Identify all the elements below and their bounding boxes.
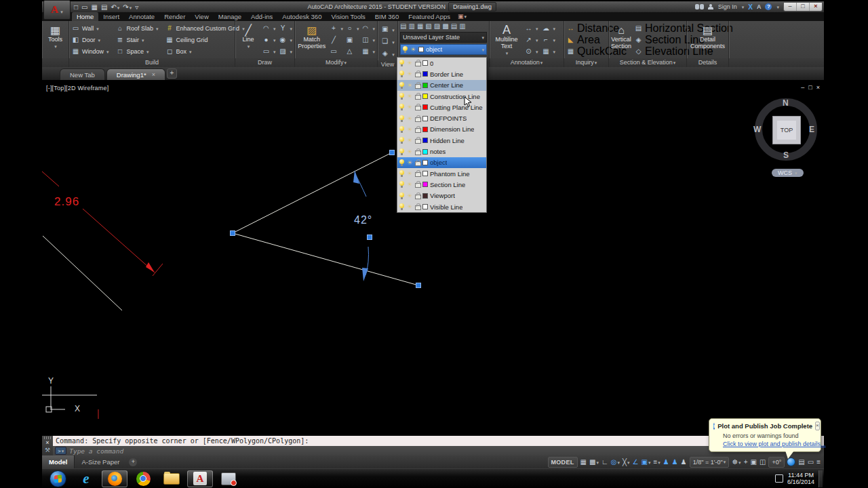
application-menu-button[interactable]: A — [43, 0, 71, 20]
ribbon-tab[interactable]: Add-ins — [246, 12, 277, 21]
autoscale-icon[interactable]: ♟ — [671, 458, 679, 466]
hatch-icon[interactable]: ▨ — [278, 47, 292, 55]
layer-lock-icon[interactable] — [415, 159, 420, 166]
notification-link[interactable]: Click to view plot and publish details..… — [723, 441, 816, 447]
layer-thaw-icon[interactable] — [406, 104, 413, 110]
layer-color-swatch[interactable] — [422, 104, 428, 110]
ribbon-tab[interactable]: Insert — [98, 12, 124, 21]
layer-row[interactable]: Border Line — [397, 68, 486, 79]
redo-icon[interactable]: ↷ — [122, 3, 132, 11]
rotate-icon[interactable]: ○ — [345, 24, 359, 32]
layer-on-icon[interactable] — [399, 159, 404, 166]
grip-handle-upper-end[interactable] — [390, 150, 395, 155]
show-desktop-button[interactable] — [818, 470, 823, 487]
layer-thaw-icon[interactable] — [406, 148, 413, 155]
taskbar-clock[interactable]: 11:44 PM 6/16/2014 — [787, 472, 814, 485]
help-icon[interactable]: ? — [765, 3, 772, 10]
layer-on-icon[interactable] — [399, 137, 404, 144]
annotation-scale-person-icon[interactable]: ♟ — [680, 458, 688, 466]
layer-lock-icon[interactable] — [415, 115, 420, 122]
layer-color-swatch[interactable] — [422, 94, 428, 99]
dimension-icon[interactable]: ↔ — [524, 24, 538, 32]
erase-icon[interactable]: ╱ — [329, 36, 343, 43]
annotation-panel-label[interactable]: Annotation — [490, 58, 564, 67]
annotation-monitor-icon[interactable]: ▣ — [749, 458, 757, 466]
view-window-icon[interactable]: ❏ — [380, 35, 395, 47]
layer-color-swatch[interactable] — [422, 182, 428, 187]
ribbon-tab[interactable]: BIM 360 — [370, 12, 403, 21]
build-tool-button[interactable]: ▦ Ceiling Grid — [165, 36, 245, 43]
measured-line[interactable] — [43, 236, 122, 310]
layer-row[interactable]: Construction Line — [397, 91, 486, 102]
layer-color-swatch[interactable] — [422, 127, 428, 132]
dim-extension-line[interactable] — [42, 171, 59, 186]
hardware-acceleration-icon[interactable]: ◫ — [759, 458, 766, 466]
layer-row[interactable]: 0 — [397, 58, 486, 68]
layer-on-icon[interactable] — [399, 93, 404, 100]
autodesk-360-icon[interactable]: A — [757, 3, 762, 10]
layer-color-swatch[interactable] — [422, 193, 428, 199]
tag-icon[interactable]: ⌐ — [542, 36, 556, 43]
grip-handle-lower-end[interactable] — [416, 283, 421, 288]
layer-lock-icon[interactable] — [415, 170, 420, 177]
notification-close-icon[interactable] — [815, 422, 820, 430]
layer-color-swatch[interactable] — [422, 204, 428, 209]
angle-lower-line[interactable] — [233, 233, 418, 285]
modify-panel-label[interactable]: Modify — [295, 58, 377, 67]
layer-color-swatch[interactable] — [422, 149, 428, 155]
layer-row[interactable]: Center Line — [397, 80, 486, 91]
polyline-icon[interactable]: Y — [278, 24, 292, 32]
layer-row[interactable]: Dimension Line — [397, 124, 486, 135]
customization-menu-icon[interactable]: ≡ — [816, 458, 821, 466]
line-button[interactable]: ╱ Line — [237, 22, 259, 50]
sign-in-dropdown-icon[interactable] — [741, 3, 745, 10]
layer-color-swatch[interactable] — [422, 60, 428, 66]
layer-lock-icon[interactable] — [415, 93, 420, 100]
restore-button[interactable]: □ — [797, 3, 810, 11]
new-file-icon[interactable]: □ — [73, 3, 79, 11]
viewcube-top-face[interactable]: TOP — [772, 116, 801, 144]
layer-row[interactable]: object — [397, 157, 486, 168]
layer-thaw-icon[interactable] — [406, 192, 413, 199]
taskbar-snipping-button[interactable] — [216, 470, 241, 487]
layer-lock-icon[interactable]: ▨ — [434, 22, 440, 30]
layer-lock-icon[interactable] — [415, 126, 420, 133]
layer-lock-icon[interactable] — [415, 137, 420, 144]
layer-on-icon[interactable] — [399, 60, 404, 66]
layer-properties-icon[interactable]: ▤ — [400, 22, 406, 30]
taskbar-autocad-button[interactable] — [187, 470, 213, 487]
keynote-icon[interactable]: ⊙ — [524, 47, 538, 55]
layer-lock-icon[interactable] — [415, 148, 420, 155]
build-tool-button[interactable]: ≣ Stair — [116, 36, 159, 43]
tray-show-hidden-icon[interactable] — [775, 474, 783, 483]
angular-dimension-value[interactable]: 42° — [354, 214, 372, 226]
multiline-text-button[interactable]: A Multiline Text — [492, 22, 521, 57]
grip-handle-dimension[interactable] — [368, 235, 372, 240]
viewcube-north[interactable]: N — [783, 98, 789, 108]
wcs-menu[interactable]: WCS — [772, 169, 804, 177]
minimize-button[interactable]: – — [784, 3, 797, 11]
layer-row[interactable]: Visible Line — [397, 201, 486, 212]
close-button[interactable]: × — [810, 3, 822, 11]
grid-display-icon[interactable]: ▦ — [580, 458, 587, 466]
ribbon-tab[interactable]: View — [190, 12, 213, 21]
view-panel-label[interactable]: View — [378, 60, 397, 67]
build-tool-button[interactable]: ⌂ Roof Slab — [116, 24, 159, 32]
plot-icon[interactable]: ▤ — [100, 3, 108, 11]
clean-screen-icon[interactable]: ▭ — [807, 458, 814, 466]
object-snap-icon[interactable]: ▣ — [641, 458, 652, 466]
layer-on-icon[interactable] — [399, 181, 404, 188]
circle-icon[interactable]: ● — [262, 36, 276, 43]
layer-thaw-icon[interactable] — [406, 203, 413, 210]
media-browser-icon[interactable]: ▣ — [458, 12, 467, 21]
polar-tracking-icon[interactable]: ◎ — [610, 458, 620, 466]
layer-on-icon[interactable] — [399, 126, 404, 133]
search-binoculars-icon[interactable] — [695, 4, 704, 9]
layer-off-icon[interactable]: ▥ — [408, 22, 414, 30]
layer-thaw-icon[interactable] — [406, 126, 413, 133]
layer-color-swatch[interactable] — [422, 71, 428, 77]
sign-in-button[interactable]: Sign In — [718, 3, 737, 10]
view-nav-icon[interactable]: ◈ — [380, 47, 395, 59]
layer-thaw-icon[interactable] — [406, 137, 413, 144]
linear-dimension-value[interactable]: 2.96 — [54, 195, 79, 208]
